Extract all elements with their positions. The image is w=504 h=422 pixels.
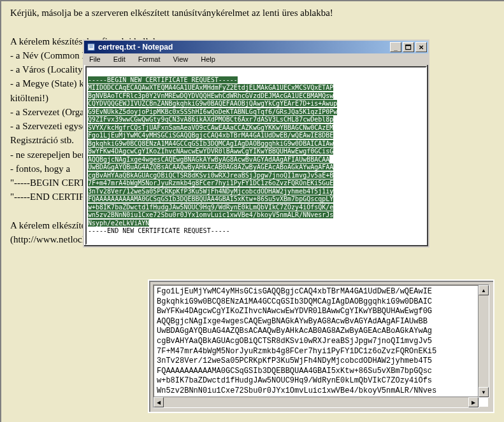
menubar: File Edit Format View Help: [84, 53, 428, 65]
notepad-icon: [87, 43, 96, 52]
titlebar[interactable]: certreq.txt - Notepad _ 🗖 ✕: [84, 41, 428, 53]
menu-file[interactable]: File: [85, 55, 104, 64]
minimize-button[interactable]: _: [390, 42, 401, 52]
lower-textarea[interactable]: Fgo1LjEuMjYwMC4yMHsGCisGAQQBgjcCAQ4xbTBr…: [153, 285, 489, 408]
notepad-selected-text[interactable]: -----BEGIN NEW CERTIFICATE REQUEST----- …: [88, 76, 337, 235]
scrollbar-vertical[interactable]: ▲ ▼: [478, 285, 489, 398]
scroll-down-button[interactable]: ▼: [479, 387, 489, 397]
notepad-caret: [230, 227, 234, 234]
close-button[interactable]: ✕: [415, 42, 427, 52]
scroll-up-button[interactable]: ▲: [479, 285, 489, 295]
window-title: certreq.txt - Notepad: [98, 43, 390, 52]
scroll-right-button[interactable]: ▶: [468, 397, 479, 407]
page-root: Kérjük, másolja be a szerveren elkészíte…: [0, 0, 504, 422]
lower-textarea-frame: Fgo1LjEuMjYwMC4yMHsGCisGAQQBgjcCAQ4xbTBr…: [148, 279, 494, 413]
scroll-left-button[interactable]: ◀: [154, 397, 164, 407]
scrollbar-horizontal[interactable]: ◀ ▶: [153, 397, 479, 408]
doc-blank: [10, 20, 496, 33]
menu-edit[interactable]: Edit: [110, 55, 129, 64]
notepad-text-area[interactable]: -----BEGIN NEW CERTIFICATE REQUEST----- …: [85, 66, 427, 245]
menu-format[interactable]: Format: [134, 55, 164, 64]
maximize-button[interactable]: 🗖: [403, 42, 414, 52]
menu-help[interactable]: Help: [197, 55, 219, 64]
menu-view[interactable]: View: [169, 55, 192, 64]
lower-text-content[interactable]: Fgo1LjEuMjYwMC4yMHsGCisGAQQBgjcCAQ4xbTBr…: [154, 286, 488, 408]
doc-line: Kérjük, másolja be a szerveren elkészíte…: [10, 6, 496, 19]
notepad-window[interactable]: certreq.txt - Notepad _ 🗖 ✕ File Edit Fo…: [83, 39, 429, 248]
